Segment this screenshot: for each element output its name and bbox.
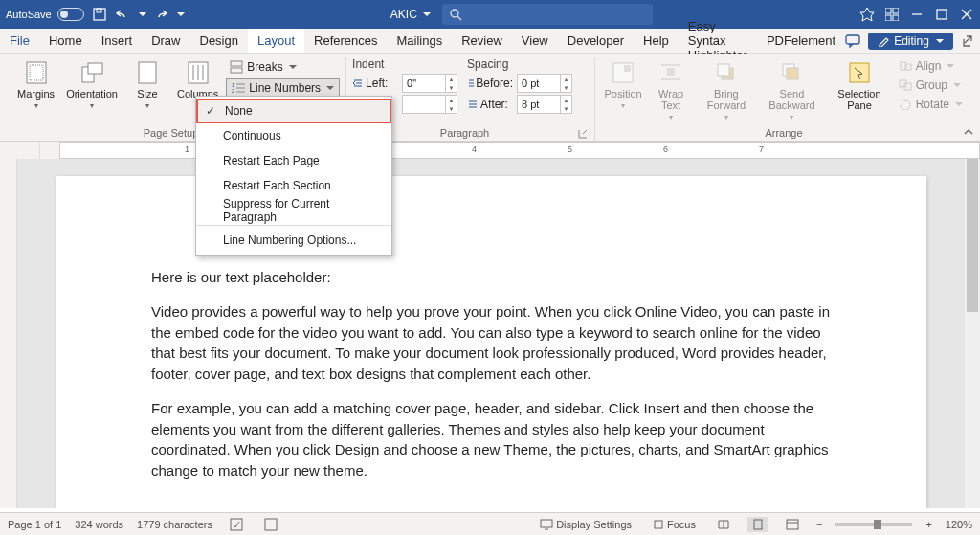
pencil-icon: [878, 35, 889, 47]
premium-icon[interactable]: [859, 7, 875, 22]
margins-icon: [23, 59, 50, 86]
selection-pane-button[interactable]: Selection Pane: [828, 57, 890, 113]
status-page[interactable]: Page 1 of 1: [8, 519, 61, 530]
rotate-button[interactable]: Rotate: [895, 96, 967, 113]
line-numbers-none[interactable]: None: [196, 99, 391, 123]
orientation-button[interactable]: Orientation▾: [62, 57, 122, 112]
macros-icon[interactable]: [260, 518, 281, 531]
autosave-toggle[interactable]: AutoSave: [6, 8, 84, 21]
display-settings-button[interactable]: Display Settings: [536, 519, 635, 530]
spacing-before-icon: [467, 78, 474, 88]
zoom-slider[interactable]: [835, 523, 912, 526]
svg-rect-24: [231, 68, 242, 73]
wrap-text-button[interactable]: Wrap Text▾: [649, 57, 693, 123]
save-icon[interactable]: [92, 7, 107, 22]
indent-left-input[interactable]: 0"▲▼: [402, 74, 457, 93]
status-word-count[interactable]: 324 words: [75, 519, 123, 530]
web-layout-icon[interactable]: [782, 519, 803, 530]
focus-mode-button[interactable]: Focus: [649, 519, 700, 530]
svg-rect-38: [787, 68, 798, 79]
margins-button[interactable]: Margins▾: [13, 57, 58, 112]
svg-rect-41: [906, 64, 911, 70]
align-button[interactable]: Align: [895, 57, 967, 75]
title-bar: AutoSave AKIC: [0, 0, 980, 29]
svg-text:2: 2: [232, 88, 235, 94]
line-numbers-restart-each-page[interactable]: Restart Each Page: [196, 148, 391, 173]
bring-forward-button[interactable]: Bring Forward▾: [697, 57, 756, 123]
tab-view[interactable]: View: [512, 29, 558, 53]
document-page[interactable]: Here is our text placeholder: Video prov…: [56, 176, 926, 508]
paragraph-intro[interactable]: Here is our text placeholder:: [151, 267, 831, 288]
svg-rect-46: [541, 520, 552, 527]
collapse-ribbon-icon[interactable]: [963, 127, 974, 137]
comments-icon[interactable]: [845, 34, 860, 48]
tab-home[interactable]: Home: [39, 29, 92, 53]
line-numbers-continuous[interactable]: Continuous: [196, 123, 391, 148]
tab-design[interactable]: Design: [190, 29, 248, 53]
tab-insert[interactable]: Insert: [92, 29, 143, 53]
qat-customize-icon[interactable]: [176, 7, 184, 22]
svg-rect-49: [754, 520, 762, 529]
svg-line-3: [457, 16, 461, 20]
svg-point-2: [451, 10, 458, 17]
group-button[interactable]: Group: [895, 77, 967, 94]
tab-draw[interactable]: Draw: [142, 29, 189, 53]
breaks-button[interactable]: Breaks: [226, 57, 340, 77]
share-icon[interactable]: [961, 34, 974, 48]
document-title[interactable]: AKIC: [390, 8, 431, 21]
size-button[interactable]: Size▾: [125, 57, 169, 112]
tab-help[interactable]: Help: [634, 29, 679, 53]
editing-mode-button[interactable]: Editing: [868, 33, 953, 50]
tab-developer[interactable]: Developer: [558, 29, 634, 53]
read-mode-icon[interactable]: [713, 519, 734, 530]
undo-icon[interactable]: [115, 7, 130, 22]
line-numbers-options[interactable]: Line Numbering Options...: [196, 228, 391, 253]
svg-rect-48: [655, 521, 662, 528]
spacing-after-input[interactable]: 8 pt▲▼: [517, 95, 572, 114]
ruler-horizontal[interactable]: 123 456 7: [0, 142, 980, 159]
paragraph-dialog-launcher-icon[interactable]: [577, 128, 589, 140]
send-backward-button[interactable]: Send Backward▾: [760, 57, 825, 123]
paragraph-body-2[interactable]: For example, you can add a matching cove…: [151, 398, 831, 481]
zoom-in-button[interactable]: +: [925, 519, 931, 530]
tab-references[interactable]: References: [304, 29, 387, 53]
minimize-icon[interactable]: [909, 7, 924, 22]
tab-easy-syntax-highlighter[interactable]: Easy Syntax Highlighter: [679, 29, 757, 53]
vertical-scrollbar[interactable]: [965, 159, 980, 508]
zoom-out-button[interactable]: −: [816, 519, 822, 530]
tab-review[interactable]: Review: [452, 29, 512, 53]
paragraph-body-1[interactable]: Video provides a powerful way to help yo…: [151, 301, 831, 385]
ribbon-options-icon[interactable]: [884, 7, 900, 22]
status-bar: Page 1 of 1 324 words 1779 characters Di…: [0, 512, 980, 535]
spacing-before-input[interactable]: 0 pt▲▼: [517, 74, 572, 93]
print-layout-icon[interactable]: [747, 517, 768, 532]
line-numbers-suppress[interactable]: Suppress for Current Paragraph: [196, 198, 391, 223]
line-numbers-restart-each-section[interactable]: Restart Each Section: [196, 173, 391, 198]
tab-file[interactable]: File: [0, 29, 39, 53]
menu-separator: [196, 225, 391, 226]
ruler-vertical[interactable]: [0, 159, 17, 508]
svg-rect-50: [787, 520, 798, 529]
tab-layout[interactable]: Layout: [248, 29, 304, 53]
chevron-down-icon: [287, 60, 297, 74]
svg-rect-32: [667, 68, 675, 76]
spell-check-icon[interactable]: [226, 518, 247, 531]
tab-pdfelement[interactable]: PDFelement: [757, 29, 845, 53]
undo-dropdown-icon[interactable]: [138, 7, 145, 22]
position-button[interactable]: Position▾: [601, 57, 645, 112]
svg-rect-7: [893, 15, 899, 21]
search-box[interactable]: [442, 4, 653, 25]
redo-icon[interactable]: [153, 7, 168, 22]
indent-right-input[interactable]: ▲▼: [402, 95, 457, 114]
zoom-level[interactable]: 120%: [946, 519, 972, 530]
maximize-icon[interactable]: [934, 7, 949, 22]
send-backward-icon: [778, 59, 805, 86]
scrollbar-thumb[interactable]: [967, 159, 978, 312]
svg-rect-23: [231, 61, 242, 66]
autosave-switch-icon[interactable]: [57, 8, 84, 21]
tab-mailings[interactable]: Mailings: [388, 29, 453, 53]
status-char-count[interactable]: 1779 characters: [137, 519, 212, 530]
close-icon[interactable]: [959, 7, 974, 22]
ribbon-layout: Margins▾ Orientation▾ Size▾ Columns▾ Bre…: [0, 54, 980, 142]
line-numbers-button[interactable]: 12 Line Numbers: [226, 78, 340, 98]
